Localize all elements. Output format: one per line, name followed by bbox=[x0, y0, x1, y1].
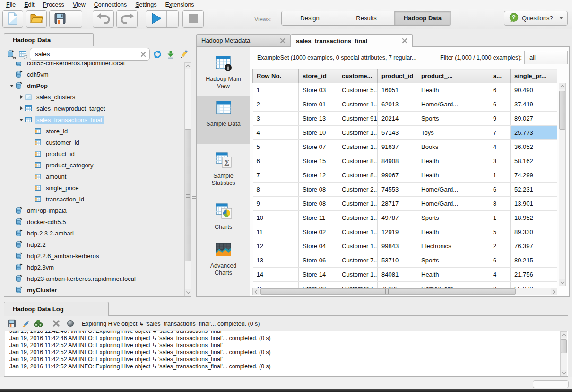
table-cell[interactable]: Sports bbox=[417, 112, 489, 126]
table-cell[interactable]: Sports bbox=[417, 253, 489, 268]
table-cell[interactable]: 99067 bbox=[378, 168, 417, 183]
run-dropdown-button[interactable] bbox=[166, 11, 178, 27]
close-tab-icon[interactable] bbox=[402, 38, 407, 44]
tree-item-dmpop-impala[interactable]: dmPop-impala bbox=[5, 205, 184, 216]
table-cell[interactable]: 8 bbox=[489, 197, 511, 211]
scroll-down-icon[interactable] bbox=[185, 289, 191, 296]
table-cell[interactable]: 12 bbox=[253, 239, 299, 253]
table-cell[interactable]: Store 15 bbox=[299, 154, 338, 168]
tree-item-docker-cdh5-5[interactable]: docker-cdh5.5 bbox=[5, 216, 184, 227]
import-icon[interactable] bbox=[165, 49, 176, 60]
tree-item-sales-newproduct-target[interactable]: sales_newproduct_target bbox=[5, 103, 184, 114]
menu-extensions[interactable]: Extensions bbox=[161, 0, 198, 9]
table-cell[interactable]: Customer 5... bbox=[338, 83, 378, 97]
table-cell[interactable]: Home/Gard... bbox=[417, 282, 489, 288]
table-cell[interactable]: 6 bbox=[489, 183, 511, 197]
table-cell[interactable]: Store 12 bbox=[299, 168, 338, 183]
table-cell[interactable]: 7 bbox=[253, 168, 299, 183]
delete-log-icon[interactable] bbox=[52, 319, 61, 328]
table-cell[interactable]: 3 bbox=[253, 112, 299, 126]
table-cell[interactable]: Store 13 bbox=[299, 112, 338, 126]
table-cell[interactable]: 91637 bbox=[378, 140, 417, 154]
table-cell[interactable]: Toys bbox=[417, 126, 489, 140]
table-cell[interactable]: Home/Gard... bbox=[417, 183, 489, 197]
table-cell[interactable]: 25.773 bbox=[511, 126, 558, 140]
table-cell[interactable]: 5 bbox=[489, 225, 511, 239]
table-cell[interactable]: 84908 bbox=[378, 154, 417, 168]
menu-file[interactable]: File bbox=[2, 0, 20, 9]
log-scroll-thumb[interactable] bbox=[561, 339, 567, 353]
table-cell[interactable]: 21.756 bbox=[511, 268, 558, 282]
table-cell[interactable]: Store 08 bbox=[299, 183, 338, 197]
column-header-product-id[interactable]: product_id bbox=[378, 69, 417, 83]
table-cell[interactable]: 4 bbox=[253, 126, 299, 140]
table-cell[interactable]: 12919 bbox=[378, 225, 417, 239]
table-cell[interactable]: 37.419 bbox=[511, 97, 558, 112]
table-cell[interactable]: Store 06 bbox=[299, 253, 338, 268]
scroll-up-icon[interactable] bbox=[561, 332, 567, 338]
tree-item-customer-id[interactable]: customer_id bbox=[5, 137, 184, 148]
search-log-icon[interactable] bbox=[34, 319, 43, 328]
scroll-right-icon[interactable] bbox=[551, 288, 557, 295]
menu-connections[interactable]: Connections bbox=[90, 0, 131, 9]
table-cell[interactable]: Sports bbox=[417, 211, 489, 225]
tree-item-store-id[interactable]: store_id bbox=[5, 125, 184, 137]
table-cell[interactable]: Store 02 bbox=[299, 225, 338, 239]
scroll-left-icon[interactable] bbox=[253, 288, 259, 295]
tree-item-cdh5vm[interactable]: cdh5vm bbox=[5, 69, 184, 80]
tree-item-mycluster[interactable]: myCluster bbox=[5, 284, 184, 296]
close-tab-icon[interactable] bbox=[280, 38, 286, 44]
table-cell[interactable]: 13 bbox=[253, 253, 299, 268]
table-cell[interactable]: Customer 91 bbox=[338, 112, 378, 126]
menu-settings[interactable]: Settings bbox=[131, 0, 161, 9]
scroll-down-icon[interactable] bbox=[561, 370, 567, 376]
tree-item-sales-clusters[interactable]: sales_clusters bbox=[5, 91, 184, 103]
tree-item-transaction-id[interactable]: transaction_id bbox=[5, 193, 184, 205]
table-cell[interactable]: Store 04 bbox=[299, 239, 338, 253]
table-cell[interactable]: 16051 bbox=[378, 83, 417, 97]
table-cell[interactable]: Store 11 bbox=[299, 211, 338, 225]
tab-sales-transactions-final[interactable]: sales_transactions_final bbox=[291, 34, 413, 47]
table-cell[interactable]: Home/Gard... bbox=[417, 197, 489, 211]
table-cell[interactable]: 74.299 bbox=[511, 168, 558, 183]
column-header-single-pr[interactable]: single_pr... bbox=[511, 69, 558, 83]
expand-toggle-icon[interactable] bbox=[18, 119, 25, 121]
table-cell[interactable]: 9 bbox=[253, 197, 299, 211]
table-cell[interactable]: Customer 8... bbox=[338, 154, 378, 168]
table-cell[interactable]: Home/Gard... bbox=[417, 97, 489, 112]
undo-button[interactable] bbox=[93, 10, 114, 28]
nav-item-sample-statistics[interactable]: ΣSample Statistics bbox=[197, 148, 250, 190]
column-header-row-no[interactable]: Row No. bbox=[253, 69, 299, 83]
column-header-a[interactable]: a... bbox=[489, 69, 511, 83]
new-process-button[interactable] bbox=[2, 10, 23, 28]
table-cell[interactable]: Store 10 bbox=[299, 126, 338, 140]
edit-pencil-icon[interactable] bbox=[179, 49, 189, 60]
nav-item-hadoop-main-view[interactable]: Hadoop Main View bbox=[197, 52, 250, 94]
hadoop-data-panel-tab[interactable]: Hadoop Data bbox=[4, 33, 94, 46]
manage-connections-icon[interactable] bbox=[6, 49, 17, 60]
table-cell[interactable]: 1 bbox=[489, 168, 511, 183]
save-log-icon[interactable] bbox=[7, 319, 17, 328]
menu-process[interactable]: Process bbox=[39, 0, 69, 9]
table-cell[interactable]: 99843 bbox=[378, 239, 417, 253]
save-dropdown-button[interactable] bbox=[70, 11, 82, 27]
open-process-button[interactable] bbox=[26, 10, 47, 28]
tree-item-dmpop[interactable]: dmPop bbox=[5, 80, 184, 91]
table-cell[interactable]: Customer 1... bbox=[338, 197, 378, 211]
table-cell[interactable]: 2 bbox=[253, 97, 299, 112]
table-cell[interactable]: Customer 2... bbox=[338, 183, 378, 197]
table-cell[interactable]: 1 bbox=[253, 83, 299, 97]
table-cell[interactable]: 3 bbox=[489, 154, 511, 168]
table-cell[interactable]: Customer 1... bbox=[338, 282, 378, 288]
table-cell[interactable]: 89.215 bbox=[511, 253, 558, 268]
table-cell[interactable]: Customer 8... bbox=[338, 168, 378, 183]
manage-tables-icon[interactable] bbox=[18, 49, 28, 60]
table-cell[interactable]: 90.490 bbox=[511, 83, 558, 97]
panel-splitter-grip[interactable] bbox=[192, 195, 196, 208]
table-cell[interactable]: Store 07 bbox=[299, 140, 338, 154]
search-input[interactable] bbox=[30, 48, 150, 61]
tree-scrollbar-thumb[interactable] bbox=[185, 129, 191, 261]
table-cell[interactable]: 14 bbox=[253, 268, 299, 282]
table-cell[interactable]: Health bbox=[417, 268, 489, 282]
table-cell[interactable]: 76936 bbox=[378, 282, 417, 288]
